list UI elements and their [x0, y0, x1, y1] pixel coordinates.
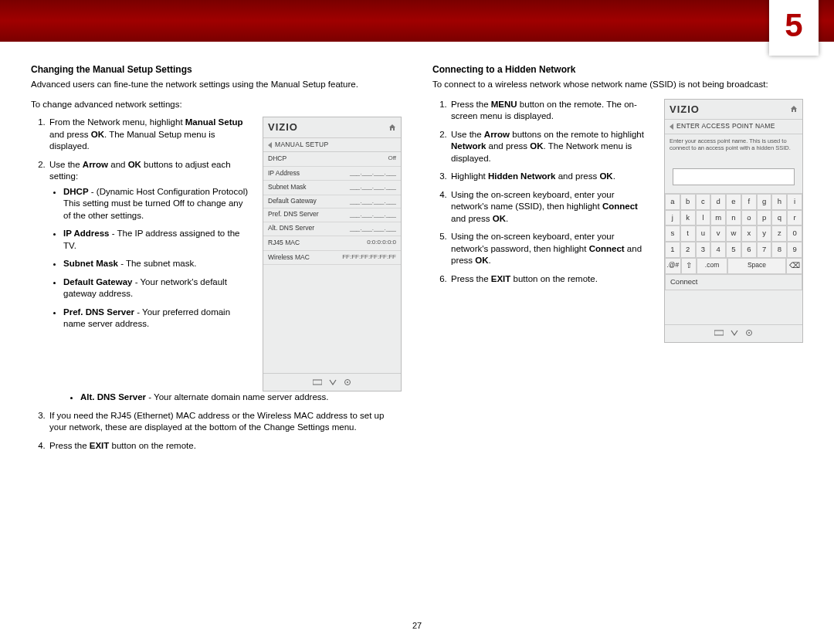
back-icon: [268, 142, 272, 148]
home-icon: [790, 105, 798, 113]
left-step-4: Press the EXIT button on the remote.: [48, 440, 402, 452]
left-column: Changing the Manual Setup Settings Advan…: [31, 63, 402, 458]
bullet-ip: IP Address - The IP address assigned to …: [63, 228, 252, 252]
right-intro: To connect to a wireless network whose n…: [432, 79, 803, 91]
row-alt-dns: Alt. DNS Server___.___.___.___: [263, 222, 401, 236]
svg-rect-3: [714, 330, 724, 335]
left-step-2: Use the Arrow and OK buttons to adjust e…: [48, 159, 252, 330]
kb-key-symbols[interactable]: .@#: [665, 258, 681, 274]
kb-key[interactable]: k: [680, 210, 696, 226]
kb-key[interactable]: u: [696, 225, 711, 242]
bullet-dhcp: DHCP - (Dynamic Host Configuration Proto…: [63, 186, 252, 222]
row-rj45: RJ45 MAC0:0:0:0:0:0: [263, 236, 401, 250]
kb-key[interactable]: y: [757, 225, 772, 242]
kb-key[interactable]: t: [680, 225, 696, 242]
kb-key[interactable]: h: [771, 194, 787, 210]
chapter-number: 5: [785, 4, 802, 48]
kb-key[interactable]: 5: [726, 242, 741, 258]
panel-crumb-label: MANUAL SETUP: [275, 141, 328, 149]
kb-key[interactable]: 2: [680, 242, 696, 258]
kb-key[interactable]: p: [757, 210, 772, 226]
v-icon: [731, 330, 738, 336]
right-steps: Press the MENU button on the remote. The…: [432, 99, 653, 286]
wide-icon: [714, 330, 724, 336]
kb-key[interactable]: f: [741, 194, 757, 210]
kb-key[interactable]: v: [710, 225, 726, 242]
right-step-2: Use the Arrow buttons on the remote to h…: [449, 129, 653, 165]
kb-key-backspace[interactable]: ⌫: [786, 258, 802, 274]
panel-footer-icons: [263, 373, 401, 391]
v-icon: [329, 379, 337, 385]
kb-key[interactable]: m: [710, 210, 726, 226]
right-heading: Connecting to a Hidden Network: [432, 63, 803, 76]
page-body: Changing the Manual Setup Settings Advan…: [0, 42, 834, 458]
kb-key[interactable]: x: [741, 225, 757, 242]
right-step-5: Using the on-screen keyboard, enter your…: [449, 231, 653, 267]
kb-key[interactable]: s: [665, 225, 680, 242]
left-steps-top: From the Network menu, highlight Manual …: [31, 117, 252, 330]
kb-key[interactable]: w: [726, 225, 741, 242]
ssid-input[interactable]: [673, 168, 795, 185]
kb-key[interactable]: j: [665, 210, 680, 226]
right-step-1: Press the MENU button on the remote. The…: [449, 99, 653, 123]
left-lead: To change advanced network settings:: [31, 99, 402, 111]
vizio-logo: VIZIO: [670, 103, 700, 117]
panel2-help: Enter your access point name. This is us…: [665, 134, 802, 154]
kb-key[interactable]: e: [726, 194, 741, 210]
kb-key-connect[interactable]: Connect: [665, 274, 802, 290]
left-step-3: If you need the RJ45 (Ethernet) MAC addr…: [48, 410, 402, 434]
kb-key[interactable]: 4: [710, 242, 726, 258]
row-subnet: Subnet Mask___.___.___.___: [263, 181, 401, 195]
row-gateway: Default Gateway___.___.___.___: [263, 195, 401, 209]
kb-key[interactable]: 3: [696, 242, 711, 258]
kb-key[interactable]: 9: [787, 242, 802, 258]
kb-key[interactable]: q: [771, 210, 787, 226]
kb-key[interactable]: 7: [757, 242, 772, 258]
kb-key[interactable]: g: [757, 194, 772, 210]
bullet-alt-dns: Alt. DNS Server - Your alternate domain …: [80, 391, 402, 404]
kb-key-com[interactable]: .com: [697, 258, 727, 274]
row-wmac: Wireless MACFF:FF:FF:FF:FF:FF: [263, 251, 401, 265]
left-heading: Changing the Manual Setup Settings: [31, 63, 402, 76]
vizio-logo: VIZIO: [268, 120, 298, 134]
row-ip: IP Address___.___.___.___: [263, 167, 401, 181]
kb-key[interactable]: i: [787, 194, 802, 210]
kb-key[interactable]: z: [771, 225, 787, 242]
kb-key[interactable]: b: [680, 194, 696, 210]
wide-icon: [313, 379, 322, 385]
access-point-panel: VIZIO ENTER ACCESS POINT NAME Enter your…: [664, 99, 803, 343]
kb-key-shift[interactable]: ⇧: [681, 258, 697, 274]
gear-icon: [344, 378, 351, 386]
row-pref-dns: Pref. DNS Server___.___.___.___: [263, 208, 401, 222]
page-number: 27: [0, 620, 834, 632]
kb-key[interactable]: a: [665, 194, 680, 210]
svg-rect-0: [313, 380, 322, 385]
kb-key[interactable]: 8: [771, 242, 787, 258]
row-dhcp: DHCPOff: [263, 152, 401, 166]
left-steps-3-4: If you need the RJ45 (Ethernet) MAC addr…: [31, 410, 402, 452]
right-step-3: Highlight Hidden Network and press OK.: [449, 171, 653, 183]
kb-key[interactable]: l: [696, 210, 711, 226]
chapter-header: 5: [0, 0, 834, 42]
panel2-crumb: ENTER ACCESS POINT NAME: [676, 122, 775, 130]
bullet-subnet: Subnet Mask - The subnet mask.: [63, 258, 252, 270]
kb-key[interactable]: 6: [741, 242, 757, 258]
right-step-6: Press the EXIT button on the remote.: [449, 273, 653, 286]
svg-point-5: [748, 332, 750, 334]
right-step-4: Using the on-screen keyboard, enter your…: [449, 189, 653, 225]
kb-key[interactable]: o: [741, 210, 757, 226]
left-steps-bottom: Alt. DNS Server - Your alternate domain …: [31, 391, 402, 404]
manual-setup-panel: VIZIO MANUAL SETUP DHCPOff IP Address___…: [263, 117, 402, 391]
kb-key[interactable]: 0: [787, 225, 802, 242]
back-icon: [670, 124, 673, 130]
home-icon: [388, 124, 396, 131]
kb-key[interactable]: r: [787, 210, 802, 226]
kb-key[interactable]: n: [726, 210, 741, 226]
bullet-gateway: Default Gateway - Your network's default…: [63, 276, 252, 300]
gear-icon: [745, 329, 753, 337]
kb-key[interactable]: 1: [665, 242, 680, 258]
kb-key-space[interactable]: Space: [727, 258, 787, 274]
kb-key[interactable]: c: [696, 194, 711, 210]
kb-key[interactable]: d: [710, 194, 726, 210]
svg-point-2: [347, 381, 348, 383]
